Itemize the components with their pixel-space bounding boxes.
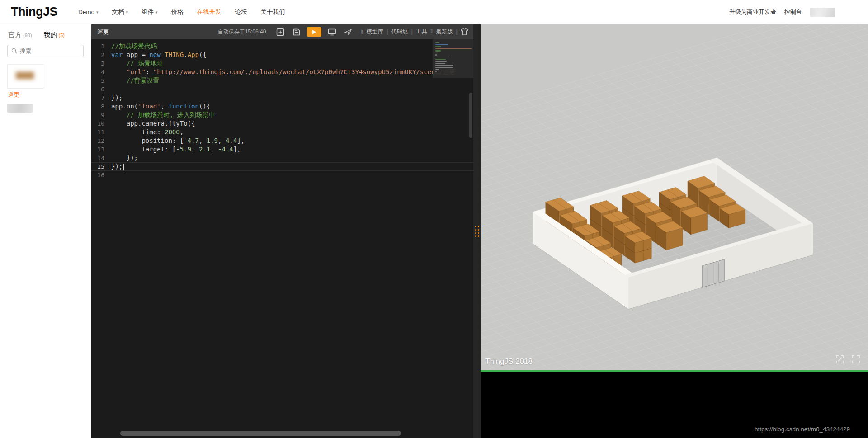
code-line[interactable]: 15}); bbox=[91, 162, 473, 171]
project-thumbnail-blurred[interactable] bbox=[7, 64, 44, 89]
avatar[interactable] bbox=[844, 2, 863, 22]
page: ThingJS Demo▾ 文档▾ 组件▾ 价格 在线开发 论坛 关于我们 升级… bbox=[0, 0, 868, 438]
scene-canvas-wrap: ThingJS 2018 bbox=[481, 24, 868, 370]
search-box bbox=[7, 45, 84, 57]
line-number: 5 bbox=[91, 76, 111, 85]
run-button[interactable] bbox=[307, 27, 321, 37]
3d-scene[interactable] bbox=[481, 24, 868, 370]
csdn-watermark: https://blog.csdn.net/m0_43424429 bbox=[755, 426, 850, 433]
code-line[interactable]: 8app.on('load', function(){ bbox=[91, 102, 473, 111]
scene-watermark: ThingJS 2018 bbox=[485, 357, 533, 366]
shirt-icon bbox=[460, 28, 469, 36]
search-input[interactable] bbox=[20, 48, 80, 54]
code-line[interactable]: 6 bbox=[91, 85, 473, 94]
code-blocks-link[interactable]: 代码块 bbox=[383, 28, 408, 36]
line-content: time: 2000, bbox=[111, 128, 184, 137]
code-line[interactable]: 1//加载场景代码 bbox=[91, 42, 473, 51]
line-number: 1 bbox=[91, 42, 111, 51]
thingjs-logo[interactable]: ThingJS bbox=[11, 5, 57, 19]
fullscreen-button[interactable] bbox=[851, 354, 861, 364]
line-content: }); bbox=[111, 94, 123, 102]
upgrade-link[interactable]: 升级为商业开发者 bbox=[729, 8, 776, 16]
project-sidebar: 官方(93) 我的(5) 巡更 bbox=[0, 24, 91, 438]
line-content: //背景设置 bbox=[111, 76, 160, 85]
code-line[interactable]: 14 }); bbox=[91, 154, 473, 162]
latest-version-link[interactable]: 最新版 bbox=[427, 28, 458, 36]
expand-icon bbox=[835, 355, 844, 364]
horizontal-scrollbar[interactable] bbox=[120, 431, 401, 436]
line-content: // 加载场景时, 进入到场景中 bbox=[111, 111, 215, 119]
theme-button[interactable] bbox=[460, 28, 469, 36]
code-line[interactable]: 7}); bbox=[91, 94, 473, 102]
line-content: position: [-4.7, 1.9, 4.4], bbox=[111, 137, 245, 145]
console-link[interactable]: 控制台 bbox=[784, 8, 802, 16]
code-line[interactable]: 16 bbox=[91, 171, 473, 179]
chevron-down-icon: ▾ bbox=[126, 10, 128, 14]
line-number: 8 bbox=[91, 102, 111, 111]
nav-components[interactable]: 组件▾ bbox=[142, 8, 158, 16]
expand-button[interactable] bbox=[835, 354, 845, 364]
tab-mine-count: (5) bbox=[59, 33, 65, 38]
line-content: target: [-5.9, 2.1, -4.4], bbox=[111, 145, 241, 154]
tab-mine[interactable]: 我的(5) bbox=[44, 31, 65, 39]
code-line[interactable]: 11 time: 2000, bbox=[91, 128, 473, 137]
project-item-label[interactable]: 巡更 bbox=[8, 91, 84, 99]
line-content: }); bbox=[111, 162, 124, 171]
code-lines: 1//加载场景代码2var app = new THING.App({3 // … bbox=[91, 42, 473, 179]
navbar-right: 升级为商业开发者 控制台 bbox=[729, 2, 863, 22]
line-number: 13 bbox=[91, 145, 111, 154]
line-number: 2 bbox=[91, 51, 111, 59]
nav-pricing[interactable]: 价格 bbox=[171, 8, 184, 16]
save-button[interactable] bbox=[290, 27, 303, 37]
code-line[interactable]: 12 position: [-4.7, 1.9, 4.4], bbox=[91, 137, 473, 145]
panel-resizer[interactable] bbox=[473, 24, 481, 438]
username-blurred bbox=[810, 8, 835, 17]
main-menu: Demo▾ 文档▾ 组件▾ 价格 在线开发 论坛 关于我们 bbox=[78, 8, 285, 16]
resizer-grip-icon bbox=[475, 226, 480, 237]
model-library-link[interactable]: 模型库 bbox=[367, 28, 384, 36]
tools-link[interactable]: 工具 bbox=[408, 28, 427, 36]
nav-demo[interactable]: Demo▾ bbox=[78, 9, 99, 15]
text-cursor bbox=[123, 164, 124, 170]
line-number: 6 bbox=[91, 85, 111, 94]
line-number: 4 bbox=[91, 68, 111, 76]
line-content: var app = new THING.App({ bbox=[111, 51, 207, 59]
top-navbar: ThingJS Demo▾ 文档▾ 组件▾ 价格 在线开发 论坛 关于我们 升级… bbox=[0, 0, 868, 24]
code-line[interactable]: 4 "url": "http://www.thingjs.com/./uploa… bbox=[91, 68, 473, 76]
code-line[interactable]: 10 app.camera.flyTo({ bbox=[91, 119, 473, 128]
code-editor-panel: 巡更 自动保存于15:06:40 模型库 代码块 工具 bbox=[91, 24, 473, 438]
minimap[interactable] bbox=[433, 39, 473, 78]
line-content: "url": "http://www.thingjs.com/./uploads… bbox=[111, 68, 455, 76]
code-line[interactable]: 2var app = new THING.App({ bbox=[91, 51, 473, 59]
preview-button[interactable] bbox=[325, 27, 339, 37]
code-area[interactable]: 1//加载场景代码2var app = new THING.App({3 // … bbox=[91, 39, 473, 438]
nav-forum[interactable]: 论坛 bbox=[235, 8, 247, 16]
scene-corner-buttons bbox=[835, 354, 861, 364]
nav-online-dev[interactable]: 在线开发 bbox=[197, 8, 222, 16]
line-content: app.on('load', function(){ bbox=[111, 102, 210, 111]
nav-docs[interactable]: 文档▾ bbox=[112, 8, 128, 16]
sidebar-tabs: 官方(93) 我的(5) bbox=[8, 31, 84, 39]
vertical-scrollbar[interactable] bbox=[469, 93, 472, 138]
play-icon bbox=[312, 30, 316, 34]
chevron-down-icon: ▾ bbox=[96, 10, 99, 14]
code-line[interactable]: 5 //背景设置 bbox=[91, 76, 473, 85]
editor-toolbar: 巡更 自动保存于15:06:40 模型库 代码块 工具 bbox=[91, 24, 473, 39]
line-content: // 场景地址 bbox=[111, 59, 163, 68]
monitor-icon bbox=[328, 28, 336, 36]
nav-about[interactable]: 关于我们 bbox=[261, 8, 285, 16]
line-number: 10 bbox=[91, 119, 111, 128]
plus-square-icon bbox=[276, 28, 284, 36]
new-file-button[interactable] bbox=[274, 27, 287, 37]
tab-official-count: (93) bbox=[23, 33, 32, 38]
editor-title: 巡更 bbox=[97, 28, 109, 36]
line-content: //加载场景代码 bbox=[111, 42, 157, 51]
line-number: 7 bbox=[91, 94, 111, 102]
publish-button[interactable] bbox=[341, 27, 355, 37]
line-number: 16 bbox=[91, 171, 111, 179]
code-line[interactable]: 3 // 场景地址 bbox=[91, 59, 473, 68]
code-line[interactable]: 9 // 加载场景时, 进入到场景中 bbox=[91, 111, 473, 119]
project-caption-blurred bbox=[7, 104, 33, 113]
tab-official[interactable]: 官方(93) bbox=[8, 31, 32, 39]
code-line[interactable]: 13 target: [-5.9, 2.1, -4.4], bbox=[91, 145, 473, 154]
